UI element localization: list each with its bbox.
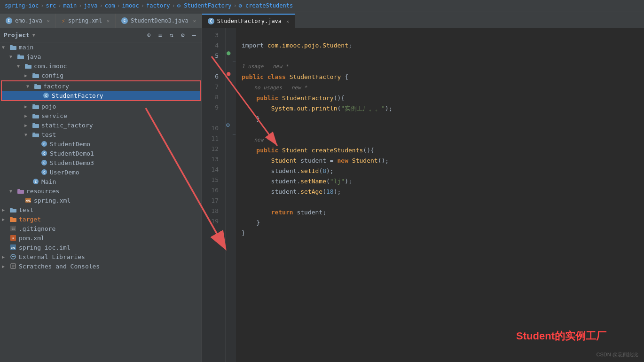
code-content[interactable]: import com.imooc.pojo.Student; 1 usage n…	[236, 28, 644, 362]
expand-arrow-icon: ▶	[24, 73, 32, 78]
tree-item-main-class[interactable]: ▶ C Main	[0, 177, 202, 186]
iml-icon: IML	[9, 244, 17, 251]
tree-item-spring-xml[interactable]: ▶ XML spring.xml	[0, 196, 202, 205]
expand-arrow-icon: ▶	[2, 207, 9, 212]
tab-studentfactory-java[interactable]: C StudentFactory.java ✕	[202, 14, 295, 28]
breadcrumb-item-java[interactable]: ⚙ StudentFactory	[177, 2, 232, 9]
breadcrumb-item[interactable]: src	[46, 2, 56, 9]
svg-text:M: M	[12, 237, 14, 240]
tree-label: static_factory	[41, 122, 202, 129]
tree-item-config[interactable]: ▶ config	[0, 71, 202, 80]
folder-icon	[34, 82, 41, 90]
tab-studentdemo3-java[interactable]: C StudentDemo3.java ✕	[116, 14, 202, 28]
breadcrumb-item[interactable]: com	[105, 2, 115, 9]
hide-icon[interactable]: —	[190, 31, 198, 39]
tree-item-userdemo[interactable]: ▶ C UserDemo	[0, 167, 202, 177]
tree-item-pom[interactable]: ▶ M pom.xml	[0, 233, 202, 243]
tree-item-gitignore[interactable]: ▶ GI .gitignore	[0, 224, 202, 233]
svg-rect-15	[32, 115, 39, 118]
svg-rect-13	[32, 105, 39, 109]
svg-text:C: C	[43, 142, 45, 146]
tree-label: .gitignore	[19, 225, 202, 232]
code-area: 3 4 5 6 7 8 9 10 11 12 13 14 15 16 17 18…	[202, 28, 644, 362]
tree-item-java[interactable]: ▼ java	[0, 52, 202, 61]
locate-icon[interactable]: ⊕	[145, 31, 153, 39]
svg-rect-6	[32, 73, 35, 74]
breadcrumb-item[interactable]: imooc	[122, 2, 139, 9]
tree-label: main	[19, 44, 202, 51]
svg-rect-12	[32, 104, 35, 105]
tree-item-resources[interactable]: ▼ resources	[0, 186, 202, 196]
tree-item-studentdemo[interactable]: ▶ C StudentDemo	[0, 139, 202, 149]
dropdown-arrow-icon[interactable]: ▼	[32, 32, 35, 38]
fold-icon[interactable]: ─	[233, 132, 236, 137]
tree-item-main[interactable]: ▼ main	[0, 42, 202, 52]
tree-label: Main	[41, 178, 202, 185]
java-class-icon: C	[40, 150, 48, 157]
tree-item-static-factory[interactable]: ▶ static_factory	[0, 120, 202, 130]
warning-icon[interactable]: ●	[227, 70, 230, 77]
breadcrumb-item[interactable]: java	[84, 2, 98, 9]
tree-item-studentfactory[interactable]: ▶ C StudentFactory	[2, 91, 200, 100]
expand-arrow-icon: ▶	[24, 104, 32, 109]
tree-label: java	[26, 53, 202, 60]
folder-icon	[9, 215, 17, 223]
tab-emo-java[interactable]: C emo.java ✕	[0, 14, 56, 28]
code-editor: 3 4 5 6 7 8 9 10 11 12 13 14 15 16 17 18…	[202, 28, 644, 362]
breadcrumb-item-method[interactable]: ⚙ createStudents	[239, 2, 293, 9]
svg-rect-37	[10, 218, 16, 222]
tree-item-external-libs[interactable]: ▶ External Libraries	[0, 252, 202, 261]
tree-item-pojo[interactable]: ▶ pojo	[0, 102, 202, 111]
tree-label: pojo	[41, 103, 202, 110]
run-icon[interactable]: ⚙	[226, 121, 230, 128]
svg-text:C: C	[43, 152, 45, 156]
tree-item-test-root[interactable]: ▶ test	[0, 205, 202, 214]
breadcrumb-item[interactable]: spring-ioc	[5, 2, 39, 9]
breadcrumb-item[interactable]: main	[63, 2, 77, 9]
tree-item-scratches[interactable]: ▶ Scratches and Consoles	[0, 261, 202, 271]
svg-rect-45	[12, 256, 15, 257]
close-icon[interactable]: ✕	[193, 18, 196, 24]
sidebar-toolbar: ⊕ ≡ ⇅ ⚙ —	[145, 31, 198, 39]
folder-icon	[9, 43, 17, 51]
collapse-icon[interactable]: ≡	[157, 31, 164, 39]
breadcrumb-item[interactable]: factory	[146, 2, 170, 9]
close-icon[interactable]: ✕	[286, 19, 289, 24]
java-class-icon: C	[32, 178, 39, 185]
tree-item-target[interactable]: ▶ target	[0, 214, 202, 224]
folder-icon	[32, 71, 39, 79]
tree-label: UserDemo	[50, 169, 202, 176]
tree-item-test-folder[interactable]: ▼ test	[0, 130, 202, 139]
folder-icon	[32, 112, 39, 119]
svg-rect-36	[10, 217, 13, 218]
tree-label: com.imooc	[34, 63, 202, 70]
settings-icon[interactable]: ⚙	[179, 31, 187, 39]
tree-label: StudentFactory	[52, 92, 200, 99]
fold-icon[interactable]: ─	[233, 59, 236, 64]
xml-icon: ⚡	[62, 17, 65, 24]
watermark: CSDN @忘熊比比	[597, 351, 638, 358]
gitignore-icon: GI	[9, 225, 17, 232]
expand-arrow-icon: ▶	[2, 264, 9, 269]
tree-item-iml[interactable]: ▶ IML spring-ioc.iml	[0, 243, 202, 252]
tree-item-studentdemo3[interactable]: ▶ C StudentDemo3	[0, 158, 202, 167]
tree-label: target	[19, 216, 202, 223]
breakpoint-icon[interactable]: ●	[227, 49, 230, 56]
close-icon[interactable]: ✕	[47, 18, 50, 24]
tree-item-studentdemo1[interactable]: ▶ C StudentDemo1	[0, 149, 202, 158]
expand-arrow-icon: ▼	[17, 63, 24, 69]
java-class-icon: C	[42, 92, 50, 99]
folder-icon	[32, 131, 39, 138]
expand-icon[interactable]: ⇅	[168, 31, 175, 39]
tab-spring-xml[interactable]: ⚡ spring.xml ✕	[56, 14, 116, 28]
svg-text:C: C	[43, 171, 45, 174]
tree-item-service[interactable]: ▶ service	[0, 111, 202, 120]
tree-item-factory[interactable]: ▼ factory	[2, 81, 200, 91]
tree-item-com-imooc[interactable]: ▼ com.imooc	[0, 61, 202, 71]
close-icon[interactable]: ✕	[107, 18, 110, 24]
svg-rect-0	[10, 45, 13, 46]
maven-icon: M	[9, 234, 17, 242]
tree-label: StudentDemo1	[50, 150, 202, 157]
svg-rect-18	[32, 133, 35, 134]
folder-icon	[24, 62, 32, 70]
